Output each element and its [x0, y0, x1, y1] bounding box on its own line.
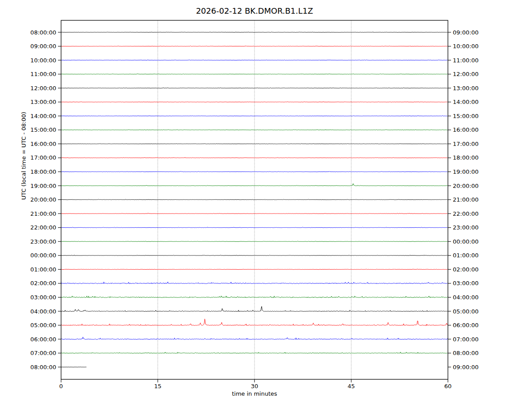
y-tick-label-left: 22:00:00 — [31, 224, 56, 231]
y-tick-label-left: 14:00:00 — [31, 113, 56, 119]
y-tick-label-right: 18:00:00 — [453, 154, 478, 161]
y-tick-label-right: 20:00:00 — [453, 183, 478, 189]
x-tick-label: 30 — [251, 383, 258, 389]
y-tick-label-right: 04:00:00 — [453, 294, 478, 301]
y-tick-label-left: 09:00:00 — [31, 43, 56, 50]
y-tick-label-right: 22:00:00 — [453, 210, 478, 217]
y-tick-label-left: 05:00:00 — [31, 322, 56, 328]
y-tick-label-right: 09:00:00 — [453, 364, 478, 370]
trace-row — [61, 88, 447, 88]
trace-row — [61, 115, 447, 116]
y-tick-label-right: 13:00:00 — [453, 85, 478, 92]
trace-row — [61, 199, 447, 200]
y-tick-label-right: 06:00:00 — [453, 322, 478, 328]
trace-row — [61, 102, 447, 102]
y-tick-label-right: 07:00:00 — [453, 336, 478, 343]
y-tick-label-right: 05:00:00 — [453, 308, 478, 315]
y-tick-label-left: 19:00:00 — [31, 183, 56, 189]
trace-row — [61, 255, 447, 256]
y-tick-label-right: 23:00:00 — [453, 224, 478, 231]
y-tick-label-left: 15:00:00 — [31, 126, 56, 133]
y-tick-label-left: 04:00:00 — [31, 308, 56, 315]
y-tick-label-left: 02:00:00 — [31, 280, 56, 286]
y-tick-label-right: 02:00:00 — [453, 266, 478, 273]
y-tick-label-right: 00:00:00 — [453, 238, 478, 245]
trace-row — [61, 269, 447, 269]
helicorder-figure: 2026-02-12 BK.DMOR.B1.L1Z UTC (local tim… — [0, 0, 509, 420]
y-tick-label-left: 07:00:00 — [31, 350, 56, 356]
y-tick-label-left: 16:00:00 — [31, 141, 56, 147]
x-tick-label: 45 — [347, 383, 355, 389]
y-tick-label-right: 14:00:00 — [453, 99, 478, 105]
y-tick-label-right: 17:00:00 — [453, 141, 478, 147]
y-tick-label-left: 08:00:00 — [31, 364, 56, 370]
y-tick-label-right: 21:00:00 — [453, 196, 478, 203]
y-tick-label-left: 01:00:00 — [31, 266, 56, 273]
y-tick-label-left: 11:00:00 — [31, 71, 56, 77]
y-tick-label-left: 17:00:00 — [31, 154, 56, 161]
trace-row — [61, 296, 447, 298]
y-tick-label-left: 10:00:00 — [31, 57, 56, 64]
y-tick-label-left: 00:00:00 — [31, 252, 56, 259]
trace-row — [61, 74, 447, 74]
y-tick-label-right: 19:00:00 — [453, 168, 478, 175]
y-tick-label-right: 03:00:00 — [453, 280, 478, 286]
y-tick-label-left: 08:00:00 — [31, 29, 56, 36]
y-tick-label-right: 11:00:00 — [453, 57, 478, 64]
y-tick-label-left: 03:00:00 — [31, 294, 56, 301]
y-tick-label-left: 18:00:00 — [31, 168, 56, 175]
y-tick-label-right: 09:00:00 — [453, 29, 478, 36]
trace-row — [61, 352, 447, 353]
x-tick-label: 15 — [154, 383, 162, 389]
y-tick-label-right: 10:00:00 — [453, 43, 478, 50]
y-tick-label-right: 01:00:00 — [453, 252, 478, 259]
x-tick-label: 0 — [59, 383, 63, 389]
trace-row — [61, 171, 447, 172]
y-tick-label-right: 12:00:00 — [453, 71, 478, 77]
y-tick-label-left: 23:00:00 — [31, 238, 56, 245]
y-tick-label-right: 16:00:00 — [453, 126, 478, 133]
y-tick-label-left: 21:00:00 — [31, 210, 56, 217]
y-tick-label-left: 06:00:00 — [31, 336, 56, 343]
y-tick-label-right: 08:00:00 — [453, 350, 478, 356]
y-tick-label-right: 15:00:00 — [453, 113, 478, 119]
y-tick-label-left: 13:00:00 — [31, 99, 56, 105]
x-tick-label: 60 — [444, 383, 452, 389]
y-tick-label-left: 20:00:00 — [31, 196, 56, 203]
helicorder-plot-svg: 08:00:0009:00:0009:00:0010:00:0010:00:00… — [0, 0, 509, 420]
y-tick-label-left: 12:00:00 — [31, 85, 56, 92]
trace-row — [61, 367, 86, 367]
